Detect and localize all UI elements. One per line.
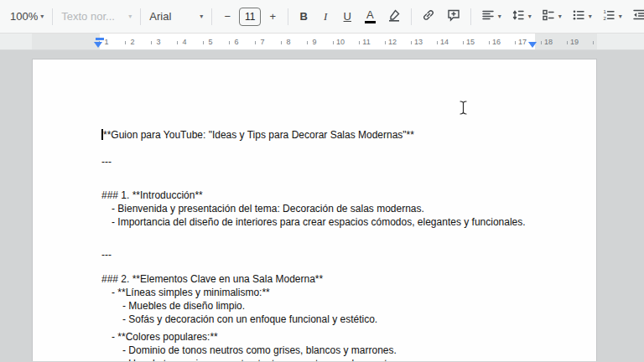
ruler-tick (281, 41, 282, 44)
toolbar-separator (52, 8, 53, 25)
ruler-tick (515, 41, 516, 44)
toolbar: 100% ▾ Texto nor... ▾ Arial ▾ − 11 + B I… (0, 0, 644, 34)
ruler-tick (359, 41, 360, 44)
toolbar-separator (211, 8, 212, 25)
doc-line: - **Líneas simples y minimalismo:** (101, 286, 563, 299)
ruler-number: 15 (465, 37, 475, 47)
numbered-list-icon: 12 (601, 8, 616, 25)
ruler-number: 12 (387, 37, 397, 47)
decrease-indent-button[interactable] (627, 6, 644, 28)
ruler-number: 8 (283, 37, 293, 47)
left-indent-marker[interactable] (94, 42, 102, 48)
text-color-label: A (366, 9, 374, 20)
ruler-tick (333, 41, 334, 44)
ruler-number: 9 (309, 37, 319, 47)
chevron-down-icon: ▾ (498, 13, 501, 20)
ruler-number: 11 (361, 37, 371, 47)
doc-line: **Guion para YouTube: "Ideas y Tips para… (101, 128, 563, 142)
zoom-dropdown[interactable]: 100% ▾ (7, 6, 47, 28)
link-icon (421, 8, 436, 25)
toolbar-separator (411, 8, 412, 25)
ruler-tick (567, 41, 568, 44)
ruler-number: 13 (413, 37, 423, 47)
decrease-font-size-button[interactable]: − (217, 6, 237, 28)
outdent-icon (631, 8, 644, 25)
ruler-number: 19 (569, 37, 579, 47)
add-comment-button[interactable] (442, 6, 465, 28)
highlighter-icon (387, 8, 402, 25)
doc-line: - Bienvenida y presentación del tema: De… (101, 202, 563, 215)
ruler-number: 2 (127, 37, 138, 47)
paragraph-style-value: Texto nor... (61, 10, 115, 23)
ruler-tick (463, 41, 464, 44)
numbered-list-dropdown[interactable]: 12 ▾ (597, 6, 626, 28)
ruler-tick (437, 41, 438, 44)
text-color-button[interactable]: A (359, 6, 381, 28)
chevron-down-icon: ▾ (558, 13, 562, 20)
doc-line: - Muebles de diseño limpio. (101, 299, 563, 313)
text-color-swatch (365, 21, 376, 23)
ruler-tick (541, 41, 542, 44)
checklist-dropdown[interactable]: ▾ (537, 6, 565, 28)
doc-lines: **Guion para YouTube: "Ideas y Tips para… (101, 128, 563, 361)
ruler-tick (125, 41, 126, 44)
align-left-icon (480, 8, 496, 25)
ruler-tick (151, 41, 152, 44)
doc-line: ### 1. **Introducción** (101, 189, 563, 202)
ruler-number: 18 (543, 37, 553, 47)
text-caret (101, 129, 103, 140)
line-spacing-icon (511, 8, 526, 25)
ruler-number: 10 (335, 37, 345, 47)
ruler-tick (255, 41, 256, 44)
document-page[interactable]: **Guion para YouTube: "Ideas y Tips para… (32, 59, 597, 361)
font-value: Arial (149, 10, 171, 23)
bulleted-list-icon (571, 8, 586, 25)
ruler-number: 17 (517, 37, 527, 47)
ruler-left-margin (32, 34, 100, 49)
svg-text:2: 2 (603, 16, 606, 21)
zoom-value: 100% (10, 10, 38, 23)
ruler-tick (385, 41, 386, 44)
ruler-number: 4 (179, 37, 190, 47)
ruler-number: 7 (257, 37, 267, 47)
document-canvas: **Guion para YouTube: "Ideas y Tips para… (0, 50, 644, 361)
italic-button[interactable]: I (315, 6, 335, 28)
first-line-indent-marker[interactable] (96, 38, 104, 40)
insert-link-button[interactable] (417, 6, 440, 28)
checklist-icon (541, 8, 556, 25)
ruler-tick (307, 41, 308, 44)
paragraph-style-dropdown[interactable]: Texto nor... ▾ (58, 6, 135, 28)
right-indent-marker[interactable] (528, 42, 537, 48)
chevron-down-icon: ▾ (40, 13, 44, 20)
chevron-down-icon: ▾ (528, 13, 532, 20)
highlight-color-button[interactable] (382, 6, 406, 28)
line-spacing-dropdown[interactable]: ▾ (506, 6, 535, 28)
ruler-tick (411, 41, 412, 44)
doc-line: --- (101, 248, 563, 261)
doc-line: - **Colores populares:** (101, 330, 563, 344)
ruler-tick (177, 41, 178, 44)
align-dropdown[interactable]: ▾ (476, 6, 505, 28)
doc-line: - Uso de tonos vivos o contrastantes com… (101, 357, 563, 361)
svg-text:1: 1 (603, 9, 606, 14)
bulleted-list-dropdown[interactable]: ▾ (567, 6, 595, 28)
chevron-down-icon: ▾ (128, 13, 132, 20)
font-size-input[interactable]: 11 (239, 8, 261, 26)
ruler-tick (203, 41, 204, 44)
chevron-down-icon: ▾ (589, 13, 592, 20)
ruler: 12345678910111213141516171819 (0, 34, 644, 50)
font-dropdown[interactable]: Arial ▾ (146, 6, 206, 28)
ruler-tick (489, 41, 490, 44)
bold-button[interactable]: B (293, 6, 314, 28)
ruler-tick (593, 41, 594, 44)
docs-app: 100% ▾ Texto nor... ▾ Arial ▾ − 11 + B I… (0, 0, 644, 362)
ruler-number: 16 (491, 37, 501, 47)
ruler-number: 6 (231, 37, 242, 47)
chevron-down-icon: ▾ (619, 13, 622, 20)
increase-font-size-button[interactable]: + (262, 6, 283, 28)
underline-button[interactable]: U (337, 6, 357, 28)
doc-line: - Importancia del diseño de interiores p… (101, 215, 563, 229)
ruler-number: 5 (205, 37, 216, 47)
doc-line: - Dominio de tonos neutros como grises, … (101, 344, 563, 357)
ruler-number: 14 (439, 37, 449, 47)
